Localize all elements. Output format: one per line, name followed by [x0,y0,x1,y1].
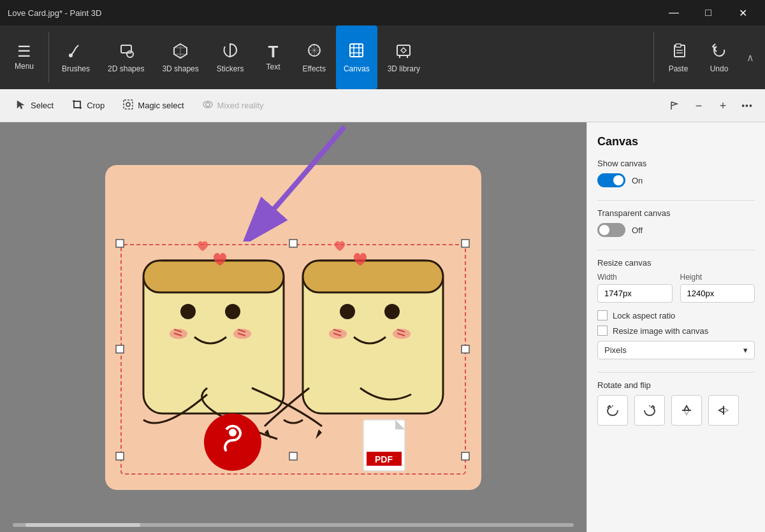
svg-point-22 [340,304,355,319]
unit-value: Pixels [604,345,627,355]
toolbar-stickers-label: Stickers [217,64,244,73]
right-panel: Canvas Show canvas On Transparent canvas… [586,122,765,532]
transparent-canvas-label: Transparent canvas [597,208,755,218]
toolbar-3d-library[interactable]: 3D library [380,25,428,89]
image-canvas: PDF [105,165,481,490]
toolbar-paste[interactable]: Paste [659,25,697,89]
svg-point-23 [384,304,400,319]
minimize-button[interactable]: — [659,3,688,23]
zoom-out-button[interactable]: − [688,96,709,116]
flip-horizontal-button[interactable] [708,395,739,426]
toolbar-undo[interactable]: Undo [700,25,738,89]
canvas-scrollbar[interactable] [13,523,574,527]
width-label: Width [597,273,673,282]
app-title: Love Card.jpg* - Paint 3D [8,8,101,18]
width-col: Width [597,273,673,303]
transparent-canvas-knob [599,225,609,235]
unit-dropdown[interactable]: Pixels ▾ [597,341,755,359]
main-toolbar: ☰ Menu Brushes 2D shapes 3D shapes [0,25,765,89]
stickers-icon [221,41,239,62]
toolbar-stickers[interactable]: Stickers [209,25,252,89]
svg-rect-21 [303,261,443,292]
title-bar: Love Card.jpg* - Paint 3D — □ ✕ [0,0,765,25]
show-canvas-toggle[interactable] [597,173,625,187]
maximize-button[interactable]: □ [694,3,723,23]
rotate-right-button[interactable] [634,395,665,426]
svg-point-16 [180,304,196,319]
show-canvas-state: On [632,176,643,185]
close-button[interactable]: ✕ [728,3,757,23]
flag-button[interactable] [664,96,685,116]
select-icon [15,99,27,113]
resize-image-label: Resize image with canvas [613,326,708,336]
lock-aspect-ratio-row: Lock aspect ratio [597,310,755,320]
resize-row: Width Height [597,273,755,303]
svg-point-27 [229,429,237,436]
show-canvas-section: Show canvas On [597,159,755,187]
toolbar-canvas[interactable]: Canvas [336,25,377,89]
crop-tool[interactable]: Crop [64,95,112,117]
height-col: Height [680,273,755,303]
scrollbar-thumb [26,523,140,527]
paste-icon [669,41,687,62]
resize-image-checkbox[interactable] [597,326,608,336]
toolbar-3d-shapes[interactable]: 3D shapes [154,25,206,89]
chevron-down-icon: ▾ [743,345,748,355]
more-options-button[interactable]: ••• [737,96,757,116]
toolbar-menu-label: Menu [15,62,34,71]
height-label: Height [680,273,755,282]
3d-shapes-icon [171,41,189,62]
mixed-reality-label: Mixed reality [217,101,264,110]
svg-rect-38 [116,345,124,353]
rotate-flip-label: Rotate and flip [597,380,755,390]
panel-title: Canvas [597,135,755,148]
transparent-canvas-toggle-row: Off [597,223,755,237]
svg-rect-37 [462,452,469,460]
toolbar-3d-shapes-label: 3D shapes [162,64,198,73]
svg-rect-34 [462,240,469,247]
toolbar-expand-icon[interactable]: ∧ [747,52,754,64]
window-controls: — □ ✕ [659,3,757,23]
toolbar-2d-shapes-label: 2D shapes [108,64,144,73]
toolbar-effects-label: Effects [302,64,325,73]
zoom-in-button[interactable]: + [713,96,733,116]
2d-shapes-icon [117,41,135,62]
main-area: PDF [0,122,765,532]
toolbar-divider-2 [653,32,654,83]
toolbar-text-label: Text [266,62,280,71]
brushes-icon [67,41,85,62]
lock-aspect-ratio-label: Lock aspect ratio [613,311,675,320]
toolbar-brushes[interactable]: Brushes [54,25,98,89]
text-icon: T [268,43,279,60]
toolbar-undo-label: Undo [710,64,729,73]
transparent-canvas-section: Transparent canvas Off [597,208,755,237]
divider-1 [597,200,755,201]
sub-right-controls: − + ••• [664,96,757,116]
toolbar-divider-1 [48,32,49,83]
magic-select-label: Magic select [138,101,184,110]
svg-rect-36 [289,452,297,460]
select-tool[interactable]: Select [8,95,61,117]
svg-rect-9 [124,100,133,109]
rotate-left-button[interactable] [597,395,628,426]
menu-icon: ☰ [17,44,31,59]
toolbar-menu[interactable]: ☰ Menu [5,25,43,89]
toolbar-effects[interactable]: Effects [295,25,333,89]
svg-point-2 [127,51,133,57]
resize-canvas-section: Resize canvas Width Height Lock aspect r… [597,258,755,359]
crop-label: Crop [87,101,105,110]
width-input[interactable] [597,284,673,303]
magic-select-tool[interactable]: Magic select [115,95,191,117]
resize-canvas-label: Resize canvas [597,258,755,268]
sub-toolbar: Select Crop Magic select Mixed real [0,89,765,122]
canvas-area[interactable]: PDF [0,122,586,532]
svg-point-10 [126,103,130,106]
flip-vertical-button[interactable] [671,395,702,426]
lock-aspect-ratio-checkbox[interactable] [597,310,608,320]
height-input[interactable] [680,284,755,303]
toolbar-text[interactable]: T Text [254,25,292,89]
svg-rect-15 [143,261,284,292]
transparent-canvas-toggle[interactable] [597,223,625,237]
toolbar-paste-label: Paste [669,64,688,73]
toolbar-2d-shapes[interactable]: 2D shapes [100,25,152,89]
